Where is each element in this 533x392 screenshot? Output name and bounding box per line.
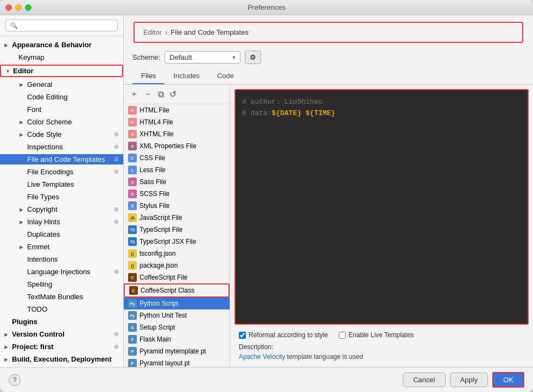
sidebar-item-label: Copyright <box>27 205 58 213</box>
reformat-label: Reformat according to style <box>249 331 328 339</box>
breadcrumb-container: Editor › File and Code Templates <box>124 15 533 46</box>
remove-button[interactable]: － <box>142 88 154 100</box>
apply-button[interactable]: Apply <box>450 372 488 387</box>
reformat-checkbox-label[interactable]: Reformat according to style <box>239 331 328 339</box>
file-icon: S <box>128 178 137 186</box>
sidebar-item-editor[interactable]: ▼ Editor <box>0 64 123 78</box>
sidebar-item-label: Build, Execution, Deployment <box>12 355 111 363</box>
reset-button[interactable]: ↺ <box>168 88 178 100</box>
list-item[interactable]: JS JavaScript File <box>124 212 230 224</box>
sidebar-item-code-style[interactable]: ▶ Code Style ⚙ <box>0 128 123 141</box>
sidebar-item-inspections[interactable]: Inspections ⚙ <box>0 141 123 153</box>
file-icon: P <box>128 347 137 356</box>
sidebar-item-emmet[interactable]: ▶ Emmet <box>0 241 123 253</box>
list-item[interactable]: H HTML File <box>124 104 230 116</box>
tab-files[interactable]: Files <box>132 68 164 84</box>
sidebar-item-build-execution[interactable]: ▶ Build, Execution, Deployment <box>0 353 123 365</box>
reformat-checkbox[interactable] <box>239 332 246 339</box>
sidebar-item-intentions[interactable]: Intentions <box>0 253 123 265</box>
scheme-row: Scheme: Default Project ⚙ <box>124 46 533 68</box>
file-list-panel: ＋ － ⧉ ↺ H HTML File H HTML4 File <box>124 85 230 367</box>
sidebar-item-project-first[interactable]: ▶ Project: first ⚙ <box>0 340 123 353</box>
sidebar-item-color-scheme[interactable]: ▶ Color Scheme <box>0 116 123 128</box>
sidebar-item-code-editing[interactable]: Code Editing <box>0 91 123 103</box>
file-item-label: XHTML File <box>139 130 174 138</box>
cancel-button[interactable]: Cancel <box>403 372 445 387</box>
apache-velocity-link[interactable]: Apache Velocity <box>239 353 285 361</box>
sidebar-item-version-control[interactable]: ▶ Version Control ⚙ <box>0 328 123 340</box>
list-item[interactable]: {} package.json <box>124 260 230 271</box>
minimize-button[interactable] <box>15 4 22 11</box>
list-item[interactable]: F Flask Main <box>124 333 230 345</box>
sidebar-item-appearance[interactable]: ▶ Appearance & Behavior <box>0 39 123 51</box>
scheme-gear-button[interactable]: ⚙ <box>245 50 261 64</box>
live-templates-checkbox[interactable] <box>339 332 346 339</box>
sidebar-item-label: Font <box>27 105 41 113</box>
sidebar-item-plugins[interactable]: Plugins <box>0 315 123 328</box>
list-item-python-script[interactable]: Py Python Script <box>124 298 230 309</box>
sidebar-item-font[interactable]: Font <box>0 103 123 116</box>
file-item-label: HTML File <box>139 106 169 114</box>
list-item[interactable]: X XML Properties File <box>124 140 230 152</box>
list-item[interactable]: C CSS File <box>124 152 230 164</box>
list-item[interactable]: S SCSS File <box>124 188 230 200</box>
file-item-label: Python Unit Test <box>139 312 187 319</box>
list-item[interactable]: Py Python Unit Test <box>124 309 230 321</box>
file-icon: TS <box>128 225 137 234</box>
list-item[interactable]: S Setup Script <box>124 321 230 333</box>
scheme-label: Scheme: <box>132 53 160 61</box>
file-item-label: Pyramid mytemplate pt <box>139 347 206 355</box>
arrow-icon: ▶ <box>20 119 25 125</box>
tab-includes[interactable]: Includes <box>164 68 208 84</box>
maximize-button[interactable] <box>25 4 31 11</box>
sidebar-item-inlay-hints[interactable]: ▶ Inlay Hints ⚙ <box>0 216 123 228</box>
gear-icon: ⚙ <box>114 219 119 225</box>
file-icon: C <box>128 154 137 162</box>
sidebar-item-textmate-bundles[interactable]: TextMate Bundles <box>0 290 123 303</box>
list-item[interactable]: L Less File <box>124 164 230 176</box>
list-item[interactable]: TS TypeScript JSX File <box>124 236 230 248</box>
list-item[interactable]: S Sass File <box>124 176 230 188</box>
sidebar-item-copyright[interactable]: ▶ Copyright ⚙ <box>0 203 123 216</box>
ok-button[interactable]: OK <box>492 372 524 388</box>
search-field[interactable] <box>20 22 113 29</box>
sidebar-item-duplicates[interactable]: Duplicates <box>0 228 123 241</box>
help-button[interactable]: ? <box>9 374 21 386</box>
description-label: Description: <box>239 343 524 351</box>
sidebar-item-label: TextMate Bundles <box>27 293 83 301</box>
sidebar-item-live-templates[interactable]: Live Templates <box>0 178 123 191</box>
add-button[interactable]: ＋ <box>128 88 140 100</box>
tab-code[interactable]: Code <box>208 68 243 84</box>
live-templates-checkbox-label[interactable]: Enable Live Templates <box>339 331 414 339</box>
search-input-wrapper[interactable]: 🔍 <box>5 20 118 31</box>
copy-button[interactable]: ⧉ <box>156 89 166 100</box>
arrow-icon: ▶ <box>4 332 10 337</box>
sidebar-tree: ▶ Appearance & Behavior Keymap ▼ Editor <box>0 36 123 367</box>
file-icon: C <box>128 273 137 282</box>
list-item[interactable]: C CoffeeScript File <box>124 271 230 283</box>
list-item[interactable]: S Stylus File <box>124 200 230 212</box>
list-item[interactable]: P Pyramid mytemplate pt <box>124 345 230 357</box>
sidebar-item-file-types[interactable]: File Types <box>0 191 123 203</box>
scheme-select[interactable]: Default Project <box>164 51 240 64</box>
list-item[interactable]: {} tsconfig.json <box>124 248 230 260</box>
file-icon: H <box>128 118 137 127</box>
list-item[interactable]: H HTML4 File <box>124 116 230 128</box>
list-item[interactable]: X XHTML File <box>124 128 230 140</box>
sidebar-item-todo[interactable]: TODO <box>0 303 123 315</box>
code-editor[interactable]: # author: LiuShihao # data: ${DATE} ${TI… <box>234 89 529 325</box>
sidebar-item-language-injections[interactable]: Language Injections ⚙ <box>0 265 123 278</box>
list-item[interactable]: C CoffeeScript Class <box>124 283 230 298</box>
close-button[interactable] <box>5 4 12 11</box>
file-item-label: XML Properties File <box>139 142 196 150</box>
list-item[interactable]: TS TypeScript File <box>124 224 230 236</box>
sidebar-item-keymap[interactable]: Keymap <box>0 51 123 64</box>
file-icon: {} <box>128 249 137 258</box>
title-bar: Preferences <box>0 0 533 15</box>
sidebar-item-general[interactable]: ▶ General <box>0 78 123 91</box>
sidebar-item-file-encodings[interactable]: File Encodings ⚙ <box>0 166 123 178</box>
sidebar-item-spelling[interactable]: Spelling <box>0 278 123 290</box>
gear-icon: ⚙ <box>114 331 119 337</box>
sidebar-item-file-and-code-templates[interactable]: File and Code Templates ⚙ <box>0 153 123 166</box>
list-item[interactable]: P Pyramid layout pt <box>124 357 230 367</box>
